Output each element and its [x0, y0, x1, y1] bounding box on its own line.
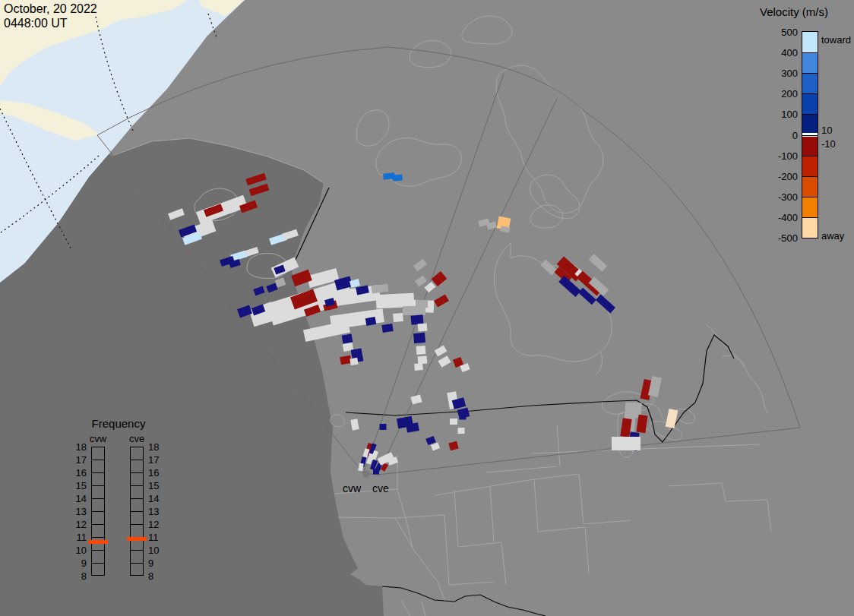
velocity-tick-label: -100	[764, 151, 798, 161]
velocity-tick-label: 400	[764, 48, 798, 58]
velocity-cell	[458, 428, 465, 434]
map-label-cve: cve	[372, 483, 389, 494]
frequency-scale-label-right: 9	[148, 558, 169, 568]
frequency-tick	[130, 498, 144, 499]
velocity-tick-label: -300	[764, 192, 798, 202]
velocity-cell	[612, 437, 640, 450]
frequency-scale-label-right: 8	[148, 571, 169, 581]
frequency-scale-label-left: 18	[65, 442, 87, 452]
frequency-scale-label-right: 13	[148, 507, 169, 516]
frequency-tick	[130, 485, 144, 486]
velocity-cell	[393, 313, 403, 322]
map-canvas	[0, 0, 854, 616]
velocity-tick-label: 500	[764, 27, 798, 37]
frequency-scale-label-left: 13	[65, 507, 87, 516]
velocity-tick-label: 100	[764, 109, 798, 119]
velocity-cell	[350, 358, 358, 366]
time-text: 0448:00 UT	[4, 16, 97, 30]
velocity-cell	[373, 469, 379, 475]
frequency-scale-label-left: 11	[65, 532, 87, 542]
frequency-legend-title: Frequency	[76, 418, 161, 429]
frequency-tick	[130, 550, 144, 551]
frequency-tick	[91, 485, 105, 486]
frequency-scale-label-right: 15	[148, 481, 169, 491]
frequency-tick	[91, 460, 105, 460]
frequency-scale-label-right: 16	[148, 468, 169, 478]
radar-site-dot	[363, 471, 370, 478]
velocity-cell	[413, 333, 425, 343]
velocity-tick	[802, 135, 818, 136]
frequency-tick	[91, 498, 105, 499]
frequency-tick	[130, 460, 144, 460]
velocity-tick-label: -200	[764, 172, 798, 182]
frequency-scale-label-left: 15	[65, 481, 87, 491]
frequency-tick	[91, 563, 105, 564]
velocity-cell	[392, 174, 403, 181]
velocity-cell	[411, 314, 424, 324]
velocity-tick	[802, 52, 818, 53]
velocity-cell	[418, 323, 428, 331]
frequency-scale-label-right: 12	[148, 520, 169, 529]
frequency-scale-label-left: 8	[65, 571, 87, 581]
velocity-legend-title: Velocity (m/s)	[760, 6, 854, 17]
velocity-cell	[414, 363, 423, 371]
pos-threshold-label: 10	[821, 125, 832, 135]
velocity-tick	[802, 197, 818, 197]
velocity-tick-label: -500	[764, 233, 798, 243]
frequency-tick	[91, 472, 105, 473]
frequency-tick	[91, 550, 105, 551]
velocity-cell	[380, 424, 387, 430]
superdarn-velocity-map: October, 20 2022 0448:00 UT Velocity (m/…	[0, 0, 854, 616]
velocity-cell	[416, 346, 426, 355]
velocity-tick	[802, 114, 818, 115]
frequency-tick	[130, 524, 144, 525]
velocity-cell	[418, 355, 428, 364]
velocity-tick-label: 200	[764, 89, 798, 99]
frequency-scale-label-right: 14	[148, 494, 169, 504]
frequency-scale-label-left: 16	[65, 468, 87, 478]
velocity-cell	[416, 300, 428, 308]
velocity-tick	[802, 73, 818, 74]
velocity-cell	[342, 333, 353, 343]
frequency-scale-label-left: 17	[65, 455, 87, 465]
frequency-marker-cvw	[88, 540, 108, 544]
frequency-scale-label-left: 10	[65, 545, 87, 555]
velocity-tick	[802, 176, 818, 177]
frequency-tick	[130, 563, 144, 564]
velocity-tick-label: 0	[764, 131, 798, 141]
map-label-cvw: cvw	[343, 483, 361, 494]
frequency-tick	[130, 511, 144, 512]
date-text: October, 20 2022	[4, 2, 97, 16]
frequency-scale-label-left: 12	[65, 520, 87, 529]
frequency-tick	[130, 472, 144, 473]
timestamp: October, 20 2022 0448:00 UT	[4, 2, 97, 30]
neg-threshold-label: -10	[821, 139, 836, 149]
frequency-marker-cve	[127, 537, 147, 541]
frequency-tick	[91, 537, 105, 538]
frequency-scale-label-right: 11	[148, 532, 169, 542]
frequency-scale-label-left: 9	[65, 558, 87, 568]
velocity-tick-label: 300	[764, 68, 798, 78]
frequency-scale-label-right: 18	[148, 442, 169, 452]
velocity-tick	[802, 93, 818, 94]
frequency-scale-label-right: 10	[148, 545, 169, 555]
velocity-tick	[802, 217, 818, 218]
toward-label: toward	[821, 35, 851, 45]
frequency-tick	[91, 511, 105, 512]
velocity-cell	[381, 324, 393, 333]
frequency-scale-label-right: 17	[148, 455, 169, 465]
velocity-cell	[460, 413, 467, 420]
away-label: away	[821, 231, 844, 241]
velocity-tick	[802, 156, 818, 156]
velocity-cell	[450, 419, 457, 425]
frequency-tick	[91, 524, 105, 525]
frequency-scale-label-left: 14	[65, 494, 87, 504]
velocity-tick-label: -400	[764, 213, 798, 223]
